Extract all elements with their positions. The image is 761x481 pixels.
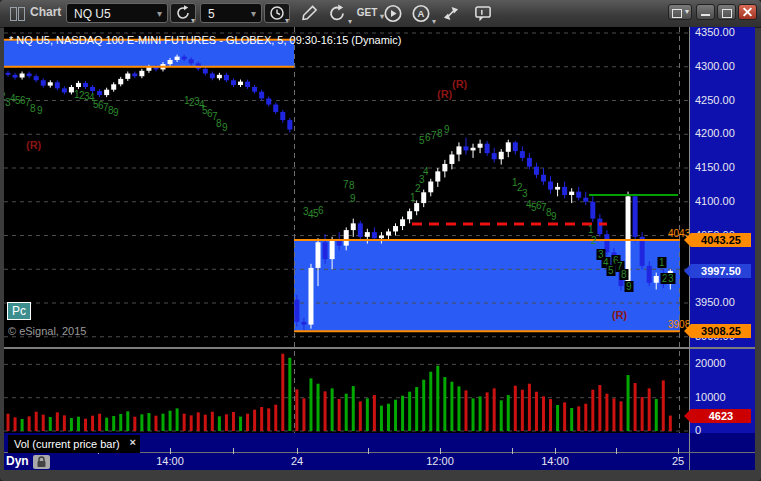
price-axis-label: 4100.00 (695, 195, 735, 207)
minimize-button[interactable] (696, 4, 715, 20)
price-axis-label: 4150.00 (695, 161, 735, 173)
interval-value: 5 (208, 7, 215, 21)
symbol-settings-icon (171, 8, 195, 25)
svg-text:9: 9 (222, 122, 228, 133)
time-axis-label: 12:00 (415, 455, 465, 467)
volume-bars (7, 354, 672, 431)
toolbar: Chart NQ U5 5 GET (0, 0, 761, 28)
draw-tool-button[interactable] (296, 4, 322, 24)
price-axis-label: 4250.00 (695, 94, 735, 106)
svg-text:9: 9 (444, 124, 450, 135)
refresh-icon (324, 4, 350, 23)
time-axis-minor-tick (512, 448, 513, 454)
volume-axis-label: 10000 (695, 391, 726, 403)
svg-text:(R): (R) (26, 139, 42, 151)
svg-text:9: 9 (626, 281, 632, 292)
svg-text:A: A (418, 8, 425, 19)
svg-text:8: 8 (30, 103, 36, 114)
price-volume-chart[interactable]: 4043.253908.2523456789123456789123456789… (4, 27, 690, 433)
svg-text:2: 2 (591, 235, 597, 246)
price-axis-label: 4350.00 (695, 26, 735, 38)
time-axis-label: 14:00 (145, 455, 195, 467)
get-data-button[interactable]: GET (352, 4, 382, 24)
copyright-watermark: © eSignal, 2015 (8, 325, 86, 337)
svg-text:9: 9 (551, 211, 557, 222)
comment-button[interactable] (470, 4, 496, 24)
minimize-icon (701, 14, 710, 16)
svg-text:8: 8 (349, 180, 355, 191)
price-axis-label: 4300.00 (695, 60, 735, 72)
price-zones (4, 40, 680, 331)
interval-dropdown[interactable]: 5 (200, 3, 262, 23)
volume-axis-label: 20000 (695, 357, 726, 369)
symbol-value: NQ U5 (74, 7, 111, 21)
svg-text:3: 3 (668, 273, 674, 284)
last-price-tag: 3997.50 (691, 264, 751, 278)
svg-text:3: 3 (522, 188, 528, 199)
study-badge[interactable]: Pc (7, 302, 31, 320)
time-axis-tick (678, 448, 679, 454)
svg-text:(R): (R) (437, 88, 453, 100)
svg-text:1: 1 (659, 257, 665, 268)
interval-time-button[interactable] (264, 3, 290, 23)
restore-icon (672, 9, 682, 18)
svg-text:4: 4 (423, 166, 429, 177)
get-data-icon: GET (357, 7, 378, 18)
time-axis-tick (297, 448, 298, 454)
dynamic-mode-label[interactable]: Dyn (6, 454, 29, 468)
lock-icon[interactable] (33, 455, 50, 469)
time-axis-minor-tick (368, 448, 369, 454)
axis-separator (689, 27, 690, 470)
auto-button[interactable]: A (408, 4, 434, 24)
svg-text:6: 6 (318, 205, 324, 216)
restore-button[interactable] (668, 4, 692, 20)
pencil-icon (296, 4, 322, 23)
svg-text:9: 9 (113, 107, 119, 118)
maximize-icon (722, 9, 732, 18)
svg-text:5: 5 (608, 265, 614, 276)
svg-text:8: 8 (621, 269, 627, 280)
play-icon (380, 4, 406, 23)
pane-separator[interactable] (4, 347, 755, 349)
svg-text:(R): (R) (452, 78, 468, 90)
play-button[interactable] (380, 4, 406, 24)
time-axis-tick (440, 448, 441, 454)
time-axis-tick (170, 448, 171, 454)
auto-a-icon: A (408, 4, 434, 23)
symbol-dropdown[interactable]: NQ U5 (66, 3, 168, 23)
window-title: Chart (30, 5, 61, 19)
time-axis-label: 24 (272, 455, 322, 467)
volume-axis-label: 0 (695, 424, 701, 436)
svg-text:9: 9 (350, 193, 356, 204)
svg-text:8: 8 (437, 128, 443, 139)
volume-tab-label: Vol (current price bar) (14, 438, 120, 450)
svg-text:(R): (R) (612, 309, 628, 321)
price-axis-label: 3950.00 (695, 296, 735, 308)
chart-title: * NQ U5, NASDAQ 100 E-MINI FUTURES - GLO… (9, 34, 401, 46)
resistance-price-tag: 4043.25 (691, 233, 751, 247)
symbol-settings-button[interactable] (170, 3, 196, 23)
price-axis-label: 4200.00 (695, 127, 735, 139)
close-button[interactable] (738, 4, 757, 20)
support-price-tag: 3908.25 (691, 324, 751, 338)
current-volume-tag: 4623 (691, 409, 751, 423)
comment-bubble-icon (470, 4, 496, 23)
time-axis-tick (555, 448, 556, 454)
transfer-button[interactable] (438, 4, 464, 24)
time-axis-minor-tick (233, 448, 234, 454)
tab-close-icon[interactable]: × (130, 433, 136, 451)
refresh-button[interactable] (324, 4, 350, 24)
time-axis-minor-tick (616, 448, 617, 454)
time-axis-label: 14:00 (530, 455, 580, 467)
svg-text:9: 9 (37, 105, 43, 116)
panes-icon (10, 7, 26, 20)
tab-volume-study[interactable]: Vol (current price bar) × (8, 435, 140, 453)
maximize-button[interactable] (717, 4, 736, 20)
clock-icon (265, 8, 289, 25)
time-axis-label: 25 (653, 455, 703, 467)
transfer-arrows-icon (438, 4, 464, 23)
chart-window: Chart NQ U5 5 GET (0, 0, 761, 481)
svg-text:1: 1 (588, 224, 594, 235)
